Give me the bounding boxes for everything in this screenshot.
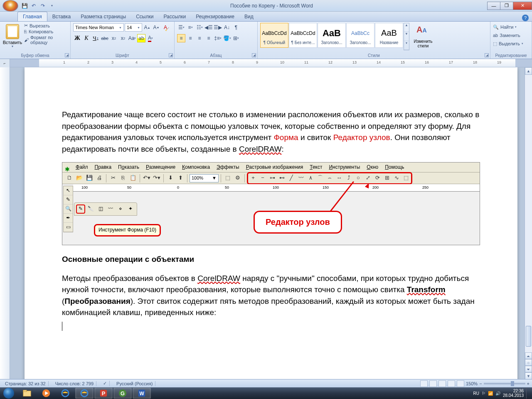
ruler-corner[interactable]: ⌐	[0, 59, 10, 67]
increase-indent-button[interactable]: ☰▶	[214, 23, 222, 32]
help-icon[interactable]: ?	[522, 15, 529, 21]
style-no-spacing[interactable]: AaBbCcDd ¶ Без инте...	[289, 23, 317, 48]
vertical-scrollbar[interactable]: ▲ ⏶ ○ ⏷ ▼	[525, 67, 532, 380]
undo-icon[interactable]: ↶	[30, 2, 37, 10]
tray-volume-icon[interactable]: 🔊	[495, 391, 500, 396]
align-center-button[interactable]: ≡	[186, 34, 195, 42]
minimize-button[interactable]: —	[487, 2, 500, 10]
tab-insert[interactable]: Вставка	[47, 12, 76, 21]
tab-review[interactable]: Рецензирование	[191, 12, 239, 21]
format-painter-button[interactable]: 🖌 Формат по образцу	[24, 35, 68, 45]
tray-clock[interactable]: 22:36 28.04.2013	[503, 389, 524, 398]
font-name-select[interactable]: Times New Roman▼	[73, 23, 124, 32]
zoom-out-button[interactable]: −	[479, 381, 482, 386]
maximize-button[interactable]: ❐	[500, 2, 513, 10]
zoom-slider[interactable]	[484, 383, 525, 384]
style-title[interactable]: AaB Название	[375, 23, 403, 48]
align-right-button[interactable]: ≡	[195, 34, 204, 42]
close-button[interactable]: ✕	[513, 2, 532, 10]
scroll-thumb[interactable]	[526, 326, 531, 347]
grow-font-icon[interactable]: A▲	[143, 23, 151, 32]
font-color-button[interactable]: A▾	[146, 34, 155, 42]
align-left-button[interactable]: ≡	[177, 34, 185, 42]
document-scroll[interactable]: Редактирование чаще всего состоит не сто…	[10, 67, 532, 380]
redo-icon[interactable]: ↷	[39, 2, 47, 10]
tab-mailings[interactable]: Рассылки	[158, 12, 191, 21]
select-button[interactable]: ⬚ Выделить▾	[493, 39, 529, 48]
horizontal-ruler[interactable]: ⌐ 12345678910111213141516171819	[0, 59, 532, 67]
change-case-button[interactable]: Aa▾	[128, 34, 136, 42]
print-layout-view-button[interactable]	[420, 380, 428, 387]
taskbar-word[interactable]: W	[133, 388, 151, 399]
strike-button[interactable]: abc	[101, 34, 109, 42]
paragraph-expand-icon[interactable]: ◢	[252, 53, 256, 57]
tray-network-icon[interactable]: 📶	[488, 391, 493, 396]
styles-gallery-more[interactable]: ▲ ▼ ▾	[404, 23, 409, 50]
change-styles-button[interactable]: AA Изменить стили	[411, 23, 435, 50]
bullets-button[interactable]: ☰▾	[177, 23, 185, 32]
find-button[interactable]: 🔍 Найти▾	[493, 23, 529, 31]
office-button[interactable]	[2, 0, 18, 12]
tray-lang[interactable]: RU	[473, 391, 479, 396]
next-page-button[interactable]: ⏷	[525, 366, 532, 372]
save-icon[interactable]: 💾	[21, 2, 28, 10]
start-button[interactable]	[0, 387, 17, 399]
taskbar-app1[interactable]: P	[94, 388, 113, 399]
status-language[interactable]: Русский (Россия)	[114, 381, 155, 386]
status-spellcheck-icon[interactable]: ✓	[101, 381, 110, 386]
styles-expand-icon[interactable]: ▾	[404, 41, 409, 50]
full-screen-view-button[interactable]	[429, 380, 437, 387]
prev-page-button[interactable]: ⏶	[525, 352, 532, 359]
borders-button[interactable]: ⊞▾	[232, 34, 240, 42]
justify-button[interactable]: ≡	[204, 34, 213, 42]
clipboard-expand-icon[interactable]: ◢	[65, 53, 69, 57]
scroll-up-button[interactable]: ▲	[525, 67, 532, 75]
clear-format-icon[interactable]: A🧹	[161, 23, 170, 32]
document-page[interactable]: Редактирование чаще всего состоит не сто…	[25, 67, 517, 380]
tab-references[interactable]: Ссылки	[131, 12, 158, 21]
superscript-button[interactable]: x2	[119, 34, 127, 42]
font-size-select[interactable]: 14▼	[125, 23, 142, 32]
show-desktop-button[interactable]	[526, 388, 530, 399]
outline-view-button[interactable]	[448, 380, 455, 387]
paste-button[interactable]: Вставить ▼	[2, 23, 22, 50]
cut-button[interactable]: ✂ Вырезать	[24, 23, 68, 28]
styles-up-icon[interactable]: ▲	[404, 23, 409, 32]
font-expand-icon[interactable]: ◢	[169, 53, 173, 57]
style-heading1[interactable]: AaB Заголово...	[318, 23, 346, 48]
status-page[interactable]: Страница: 32 из 32	[2, 381, 49, 386]
vertical-ruler[interactable]	[0, 67, 10, 380]
zoom-level[interactable]: 150%	[466, 381, 478, 386]
style-normal[interactable]: AaBbCcDd ¶ Обычный	[260, 23, 288, 48]
taskbar-ie1[interactable]	[56, 388, 74, 399]
shrink-font-icon[interactable]: A▼	[152, 23, 160, 32]
browse-object-button[interactable]: ○	[525, 359, 532, 366]
decrease-indent-button[interactable]: ◀☰	[204, 23, 213, 32]
shading-button[interactable]: 🪣▾	[223, 34, 231, 42]
taskbar-app2[interactable]: G	[113, 388, 132, 399]
qat-dropdown-icon[interactable]: ▼	[48, 2, 56, 10]
web-layout-view-button[interactable]	[438, 380, 446, 387]
style-heading2[interactable]: AaBbCc Заголово...	[346, 23, 374, 48]
sort-button[interactable]: A↓	[223, 23, 231, 32]
tab-page-layout[interactable]: Разметка страницы	[76, 12, 131, 21]
taskbar-media[interactable]	[37, 388, 55, 399]
bold-button[interactable]: Ж	[73, 34, 81, 42]
line-spacing-button[interactable]: ‡≡▾	[214, 34, 222, 42]
status-words[interactable]: Число слов: 2 799	[53, 381, 96, 386]
styles-expand-dialog-icon[interactable]: ◢	[485, 53, 489, 57]
highlight-button[interactable]: ab	[137, 34, 145, 42]
underline-button[interactable]: Ч▾	[91, 34, 100, 42]
document-content[interactable]: Редактирование чаще всего состоит не сто…	[62, 109, 480, 334]
tray-flag-icon[interactable]: ⚐	[482, 391, 485, 396]
tab-view[interactable]: Вид	[239, 12, 259, 21]
styles-down-icon[interactable]: ▼	[404, 32, 409, 41]
taskbar-ie2[interactable]	[75, 388, 94, 399]
replace-button[interactable]: ab Заменить	[493, 31, 529, 39]
numbering-button[interactable]: ≡▾	[186, 23, 195, 32]
copy-button[interactable]: ⎘ Копировать	[24, 29, 68, 34]
zoom-in-button[interactable]: +	[527, 381, 530, 386]
taskbar-explorer[interactable]	[18, 388, 36, 399]
italic-button[interactable]: К	[82, 34, 91, 42]
draft-view-button[interactable]	[457, 380, 464, 387]
